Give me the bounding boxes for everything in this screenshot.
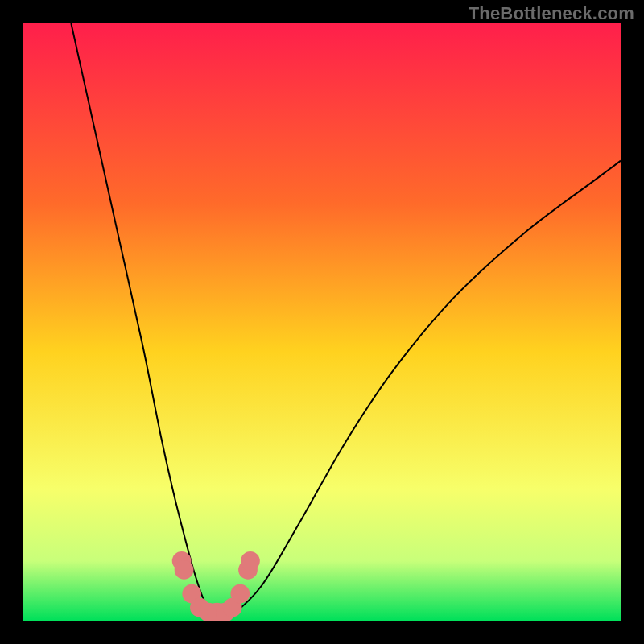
marker-dot [175,560,194,580]
chart-frame [23,23,621,621]
marker-dot [241,551,260,571]
marker-dot [230,584,250,604]
chart-svg [23,23,621,621]
watermark-text: TheBottleneck.com [469,3,634,24]
chart-background [23,23,621,621]
